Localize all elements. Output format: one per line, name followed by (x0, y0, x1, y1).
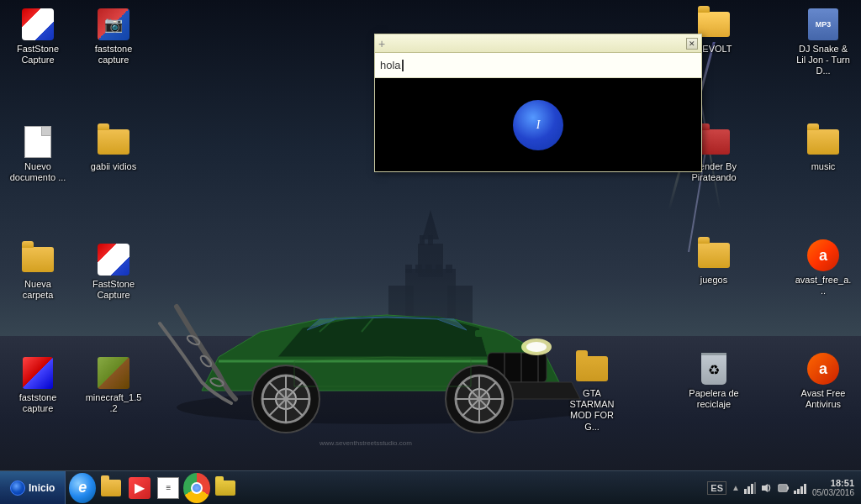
papelera-label: Papelera de reciclaje (684, 387, 744, 411)
avast-free-label: Avast Free Antivirus (793, 387, 853, 411)
popup-plus-icon: + (378, 37, 385, 50)
svg-text:www.seventhstreetsstudio.com: www.seventhstreetsstudio.com (319, 439, 412, 447)
chrome-icon (183, 473, 210, 503)
signal-bars-icon (794, 482, 806, 494)
popup-canvas[interactable]: I (375, 78, 701, 171)
avast-free-img: a (806, 352, 840, 386)
icon-faststone-capture-main[interactable]: FastStone Capture (4, 4, 71, 70)
text-cursor (402, 60, 404, 71)
start-orb-icon (10, 480, 25, 496)
minecraft-img (97, 356, 130, 390)
mp3-img: MP3 (806, 8, 840, 41)
language-badge[interactable]: ES (707, 481, 726, 495)
gabii-folder-img (97, 125, 130, 159)
tray-volume[interactable] (760, 481, 774, 495)
start-label: Inicio (29, 482, 55, 494)
icon-faststone-bottom[interactable]: faststone capture (4, 353, 71, 418)
popup-window: + ✕ hola I (374, 34, 702, 172)
volume-icon (761, 482, 773, 494)
cursor-i-icon: I (536, 118, 541, 132)
avast-upper-img: a (806, 239, 840, 272)
revolt-img (697, 8, 731, 41)
popup-title: + (378, 37, 385, 50)
svg-rect-41 (754, 482, 756, 494)
popup-body: hola I (375, 53, 701, 171)
icon-gabii-vidios[interactable]: gabii vidios (80, 122, 147, 176)
icon-avast-upper[interactable]: a avast_free_a... (790, 235, 857, 301)
svg-rect-45 (787, 486, 789, 490)
juegos-label: juegos (699, 274, 729, 286)
icon-gta[interactable]: GTA STARMAN MOD FOR G... (558, 349, 626, 437)
slender-img (697, 125, 731, 159)
network-icon (744, 482, 756, 494)
icon-juegos[interactable]: juegos (680, 235, 747, 290)
blue-circle: I (513, 100, 563, 150)
faststone-icon-img (21, 8, 55, 41)
gta-label: GTA STARMAN MOD FOR G... (562, 387, 622, 433)
gta-img (575, 352, 609, 386)
desktop: www.seventhstreetsstudio.com FastStone C… (0, 0, 861, 504)
nuevo-doc-label: Nuevo documento ... (8, 160, 68, 184)
taskbar-media[interactable]: ▶ (126, 475, 153, 501)
taskbar-chrome[interactable] (183, 475, 210, 501)
faststone-label: FastStone Capture (8, 43, 68, 66)
tray-signal[interactable] (794, 481, 807, 495)
gabii-label: gabii vidios (89, 160, 138, 173)
popup-controls: ✕ (686, 38, 698, 50)
start-button[interactable]: Inicio (0, 471, 66, 505)
faststone-left-label: FastStone Capture (83, 278, 144, 302)
icon-dj-snake[interactable]: MP3 DJ Snake & Lil Jon - Turn D... (790, 4, 857, 81)
popup-text-input[interactable]: hola (375, 53, 701, 78)
svg-point-34 (186, 334, 201, 347)
svg-rect-40 (751, 484, 753, 494)
taskbar-notepad[interactable]: ≡ (155, 475, 182, 501)
svg-rect-38 (744, 489, 747, 494)
taskbar-explorer[interactable] (98, 475, 124, 501)
svg-point-35 (199, 354, 214, 369)
winrar-img (21, 356, 55, 390)
minecraft-label: minecraft_1.5.2 (83, 391, 144, 415)
fscapture-label: faststone capture (83, 43, 144, 66)
clock[interactable]: 18:51 05/03/2016 (812, 478, 854, 497)
icon-music[interactable]: music (790, 122, 857, 176)
icon-avast-free[interactable]: a Avast Free Antivirus (790, 349, 857, 414)
tray-expand-arrow[interactable]: ▲ (732, 483, 740, 492)
nueva-carpeta-label: Nueva carpeta (8, 278, 68, 302)
juegos-img (697, 239, 731, 272)
taskbar: Inicio e ▶ ≡ (0, 470, 861, 504)
faststone-left-img (97, 243, 130, 276)
nueva-carpeta-img (21, 243, 55, 276)
taskbar-ie[interactable]: e (69, 475, 96, 501)
tray-battery[interactable] (777, 481, 790, 495)
svg-rect-33 (475, 330, 488, 337)
music-img (806, 125, 840, 159)
popup-text-content: hola (380, 59, 401, 71)
taskbar-right: ES ▲ (700, 471, 861, 504)
explorer-folder-icon (101, 480, 121, 496)
music-label: music (810, 160, 837, 173)
ie-icon: e (69, 473, 96, 503)
media-icon: ▶ (129, 477, 151, 499)
dj-snake-label: DJ Snake & Lil Jon - Turn D... (793, 43, 853, 78)
car: www.seventhstreetsstudio.com (151, 223, 622, 458)
papelera-img: ♻ (697, 352, 731, 386)
svg-point-18 (526, 342, 547, 352)
icon-faststone-capture2[interactable]: faststone capture (80, 4, 147, 70)
icon-papelera[interactable]: ♻ Papelera de reciclaje (680, 349, 747, 414)
svg-marker-42 (762, 484, 768, 492)
icon-minecraft[interactable]: minecraft_1.5.2 (80, 353, 147, 418)
icon-faststone-left[interactable]: FastStone Capture (80, 239, 147, 305)
popup-titlebar: + ✕ (375, 34, 701, 53)
notepad-icon: ≡ (157, 477, 179, 499)
fscapture-icon-img (97, 8, 130, 41)
chrome-center (191, 482, 203, 494)
popup-close-button[interactable]: ✕ (686, 38, 698, 50)
svg-rect-39 (747, 486, 750, 494)
tray-icon-1[interactable] (743, 481, 757, 495)
doc-icon-img (21, 125, 55, 159)
faststone-bottom-label: faststone capture (8, 391, 68, 415)
icon-nuevo-documento[interactable]: Nuevo documento ... (4, 122, 71, 187)
svg-rect-44 (779, 486, 786, 491)
taskbar-folder2[interactable] (212, 475, 239, 501)
icon-nueva-carpeta[interactable]: Nueva carpeta (4, 239, 71, 305)
